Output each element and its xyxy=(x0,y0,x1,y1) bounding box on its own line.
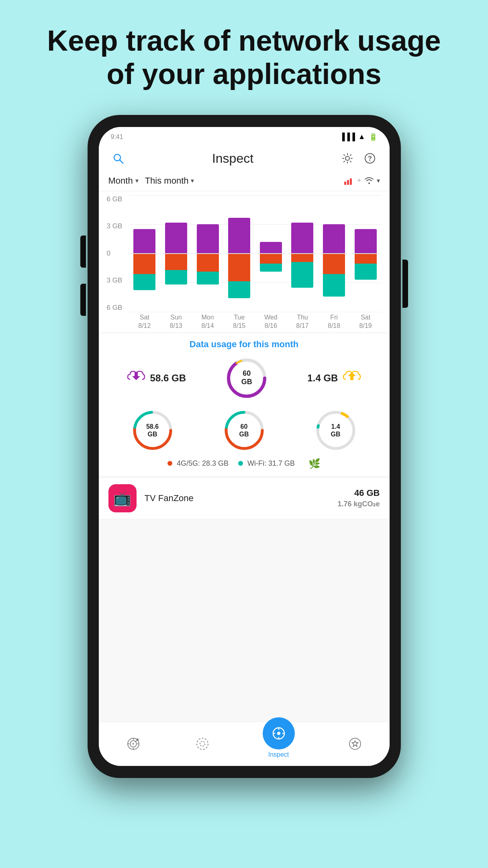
status-bar: 9:41 ▐▐▐ ▲ 🔋 xyxy=(99,127,390,147)
data-usage-section: Data usage for this month 58.6 GB xyxy=(99,334,390,476)
y-label-3gb-top: 3 GB xyxy=(107,222,123,230)
donut-chart: 60 GB xyxy=(225,356,269,400)
list-item[interactable]: 📺 TV FanZone 46 GB 1.76 kgCO₂e xyxy=(99,478,390,519)
legend-4g-dot xyxy=(167,461,172,466)
goals-icon xyxy=(125,735,142,753)
y-label-6gb-top: 6 GB xyxy=(107,195,123,203)
headline: Keep track of network usage of your appl… xyxy=(0,0,488,107)
download-total: 58.6 GB xyxy=(126,368,186,388)
period-value-filter[interactable]: This month ▾ xyxy=(145,176,194,186)
circle-total: 60 GB xyxy=(222,408,266,452)
volume-up-button xyxy=(80,235,86,268)
period-chevron-icon: ▾ xyxy=(135,177,139,184)
svg-rect-5 xyxy=(347,180,349,185)
circle-download-value: 58.6 GB xyxy=(146,422,159,438)
y-label-3gb-bot: 3 GB xyxy=(107,276,123,285)
volume-down-button xyxy=(80,284,86,316)
svg-rect-4 xyxy=(344,182,346,185)
svg-point-27 xyxy=(349,738,361,749)
x-label: Fri8/18 xyxy=(318,312,350,332)
legend-4g-label: 4G/5G: 28.3 GB xyxy=(177,459,229,467)
svg-point-24 xyxy=(200,741,205,746)
y-label-6gb-bot: 6 GB xyxy=(107,304,123,312)
app-name: TV FanZone xyxy=(145,493,338,504)
svg-point-26 xyxy=(277,732,280,735)
x-label: Wed8/16 xyxy=(255,312,287,332)
help-icon[interactable]: ? xyxy=(363,151,377,166)
signal-chevron-icon: ▾ xyxy=(377,177,380,184)
filter-row: Month ▾ This month ▾ + xyxy=(99,172,390,191)
bar-group xyxy=(129,195,161,312)
data-usage-title: Data usage for this month xyxy=(107,339,382,350)
power-button xyxy=(402,260,408,308)
bar-group xyxy=(318,195,350,312)
circle-upload-value: 1.4 GB xyxy=(331,422,341,438)
eco-icon: 🌿 xyxy=(308,458,321,469)
bar-group xyxy=(192,195,224,312)
bar-group xyxy=(255,195,287,312)
page-title: Inspect xyxy=(212,151,253,166)
upload-total: 1.4 GB xyxy=(307,368,362,388)
x-label: Sun8/13 xyxy=(160,312,192,332)
app-icon-tvfanzone: 📺 xyxy=(108,484,137,512)
nav-focus[interactable] xyxy=(194,735,211,753)
legend-wifi-dot xyxy=(238,461,243,466)
usage-summary-row: 58.6 GB 60 GB 1.4 GB xyxy=(107,356,382,400)
x-label: Sat8/12 xyxy=(129,312,161,332)
donut-center-value: 60 GB xyxy=(241,369,252,387)
x-label: Sat8/19 xyxy=(350,312,382,332)
bar-group xyxy=(160,195,192,312)
svg-point-7 xyxy=(368,182,370,184)
period-value-chevron-icon: ▾ xyxy=(191,177,194,184)
inspect-center-icon xyxy=(263,717,295,749)
app-usage: 46 GB 1.76 kgCO₂e xyxy=(337,487,380,510)
signal-selector[interactable]: + ▾ xyxy=(344,176,380,185)
phone-frame: 9:41 ▐▐▐ ▲ 🔋 Inspect xyxy=(88,115,401,778)
download-icon xyxy=(126,368,146,388)
settings-icon[interactable] xyxy=(340,151,355,166)
svg-point-23 xyxy=(197,738,208,749)
content-spacer xyxy=(99,519,390,722)
circle-total-value: 60 GB xyxy=(239,422,249,438)
usage-chart: 6 GB 3 GB 0 3 GB 6 GB xyxy=(99,191,390,332)
search-icon[interactable] xyxy=(111,151,125,166)
x-label: Thu8/17 xyxy=(287,312,319,332)
x-label: Tue8/15 xyxy=(223,312,255,332)
bar-group xyxy=(350,195,382,312)
nav-favorites[interactable] xyxy=(346,735,364,753)
circles-row: 58.6 GB 60 GB xyxy=(107,408,382,452)
svg-text:?: ? xyxy=(368,155,372,162)
phone-screen: 9:41 ▐▐▐ ▲ 🔋 Inspect xyxy=(99,127,390,766)
bar-group xyxy=(287,195,319,312)
bar-group xyxy=(223,195,255,312)
bottom-nav: Inspect xyxy=(99,722,390,766)
period-filter[interactable]: Month ▾ xyxy=(108,176,139,186)
x-label: Mon8/14 xyxy=(192,312,224,332)
nav-goals[interactable] xyxy=(125,735,142,753)
y-label-0: 0 xyxy=(107,250,110,258)
focus-icon xyxy=(194,735,211,753)
circle-upload: 1.4 GB xyxy=(314,408,358,452)
top-nav: Inspect ? xyxy=(99,147,390,172)
legend-row: 4G/5G: 28.3 GB Wi-Fi: 31.7 GB 🌿 xyxy=(107,458,382,469)
app-list: 📺 TV FanZone 46 GB 1.76 kgCO₂e xyxy=(99,477,390,519)
upload-icon xyxy=(342,368,362,388)
svg-point-22 xyxy=(133,743,134,745)
favorites-icon xyxy=(346,735,364,753)
nav-inspect-label: Inspect xyxy=(268,751,289,758)
svg-rect-6 xyxy=(350,178,352,185)
nav-inspect[interactable]: Inspect xyxy=(263,729,295,758)
circle-download: 58.6 GB xyxy=(131,408,175,452)
legend-wifi-label: Wi-Fi: 31.7 GB xyxy=(247,459,295,467)
svg-line-1 xyxy=(120,160,123,163)
